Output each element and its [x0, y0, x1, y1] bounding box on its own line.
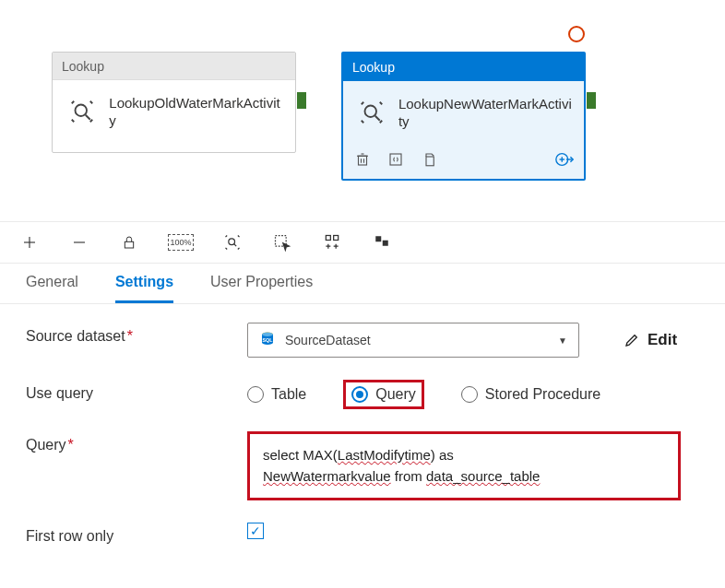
- output-connector[interactable]: [297, 92, 306, 109]
- tab-general[interactable]: General: [26, 264, 78, 303]
- source-dataset-label: Source dataset*: [26, 323, 247, 345]
- query-textarea[interactable]: select MAX(LastModifytime) as NewWaterma…: [247, 431, 681, 500]
- svg-rect-24: [375, 236, 381, 241]
- first-row-only-checkbox[interactable]: ✓: [247, 523, 264, 539]
- activity-type-label: Lookup: [53, 53, 295, 80]
- svg-rect-23: [334, 236, 339, 241]
- svg-line-3: [375, 116, 380, 121]
- magnifier-icon: [354, 94, 389, 131]
- svg-rect-22: [326, 236, 330, 241]
- align-icon[interactable]: [371, 231, 393, 253]
- pipeline-canvas[interactable]: Lookup LookupOldWaterMarkActivity Lookup…: [0, 0, 725, 221]
- svg-text:SQL: SQL: [263, 337, 274, 343]
- svg-point-27: [262, 332, 273, 336]
- property-tabs: General Settings User Properties: [0, 264, 725, 304]
- add-output-icon[interactable]: [554, 149, 575, 170]
- validation-error-indicator: [568, 26, 585, 42]
- dropdown-value: SourceDataset: [285, 333, 371, 347]
- svg-rect-9: [390, 154, 401, 165]
- svg-point-19: [229, 239, 235, 245]
- source-dataset-dropdown[interactable]: SQL SourceDataset ▼: [247, 323, 579, 358]
- first-row-only-label: First row only: [26, 523, 247, 545]
- query-label: Query*: [26, 431, 247, 453]
- tab-user-properties[interactable]: User Properties: [210, 264, 313, 303]
- canvas-toolbar: 100%: [0, 221, 725, 264]
- edit-dataset-button[interactable]: Edit: [624, 331, 677, 349]
- svg-rect-10: [426, 157, 434, 166]
- select-icon[interactable]: [271, 231, 293, 253]
- tab-settings[interactable]: Settings: [115, 264, 173, 303]
- lock-icon[interactable]: [118, 231, 140, 253]
- activity-toolbar: [343, 144, 584, 179]
- svg-point-0: [75, 105, 87, 117]
- code-icon[interactable]: [386, 149, 406, 170]
- sql-icon: SQL: [259, 330, 276, 351]
- activity-title: LookupNewWaterMarkActivity: [398, 95, 573, 131]
- delete-icon[interactable]: [352, 149, 373, 170]
- add-icon[interactable]: [18, 231, 41, 253]
- svg-rect-18: [125, 241, 133, 248]
- svg-point-2: [364, 106, 376, 118]
- settings-panel: Source dataset* SQL SourceDataset ▼ Edit…: [0, 304, 725, 558]
- radio-table[interactable]: Table: [247, 386, 306, 403]
- svg-line-1: [85, 115, 89, 120]
- auto-layout-icon[interactable]: [321, 231, 343, 253]
- output-connector[interactable]: [587, 92, 596, 109]
- copy-icon[interactable]: [419, 149, 439, 170]
- svg-rect-4: [359, 156, 367, 165]
- activity-lookup-new[interactable]: Lookup LookupNewWaterMarkActivity: [341, 52, 586, 181]
- radio-stored-procedure[interactable]: Stored Procedure: [461, 386, 600, 403]
- activity-type-label: Lookup: [343, 53, 584, 81]
- radio-query[interactable]: Query: [351, 386, 416, 403]
- activity-title: LookupOldWaterMarkActivity: [109, 94, 284, 130]
- chevron-down-icon: ▼: [558, 335, 567, 346]
- use-query-label: Use query: [26, 380, 247, 402]
- use-query-radio-group: Table Query Stored Procedure: [247, 380, 600, 409]
- zoom-fit-icon[interactable]: [221, 231, 244, 253]
- svg-line-20: [234, 244, 236, 247]
- activity-lookup-old[interactable]: Lookup LookupOldWaterMarkActivity: [52, 52, 296, 153]
- zoom-100-icon[interactable]: 100%: [168, 234, 194, 251]
- remove-icon[interactable]: [68, 231, 90, 253]
- magnifier-icon: [64, 93, 100, 130]
- svg-rect-25: [383, 241, 388, 246]
